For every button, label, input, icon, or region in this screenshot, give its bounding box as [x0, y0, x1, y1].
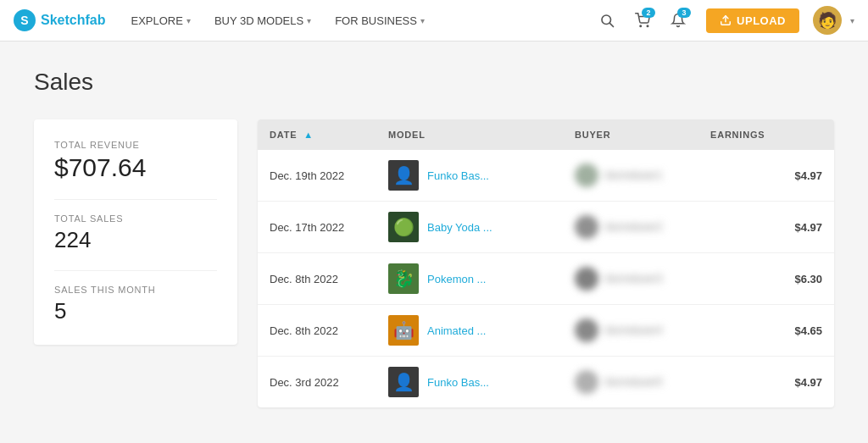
chevron-down-icon: ▾: [420, 16, 425, 25]
model-name-link[interactable]: Funko Bas...: [427, 376, 489, 389]
model-name-link[interactable]: Animated ...: [427, 324, 486, 337]
svg-line-1: [609, 23, 613, 26]
chevron-down-icon: ▾: [186, 16, 191, 25]
navbar: S Sketchfab EXPLORE ▾ BUY 3D MODELS ▾ FO…: [0, 0, 868, 42]
buyer-avatar: [575, 215, 598, 239]
cell-buyer: blurreduser1: [563, 150, 698, 202]
cell-earnings: $4.97: [698, 357, 834, 408]
svg-point-3: [647, 25, 648, 27]
cart-button[interactable]: 2: [628, 6, 657, 35]
model-thumbnail: 👤: [388, 160, 419, 191]
col-earnings[interactable]: EARNINGS: [698, 119, 834, 150]
model-thumbnail: 🐉: [388, 263, 419, 294]
buyer-name: blurreduser1: [605, 169, 662, 181]
cell-earnings: $4.97: [698, 202, 834, 253]
col-buyer[interactable]: BUYER: [563, 119, 698, 150]
cell-date: Dec. 3rd 2022: [258, 357, 376, 408]
avatar-chevron-icon: ▾: [850, 16, 854, 25]
col-model[interactable]: MODEL: [376, 119, 563, 150]
page-title: Sales: [34, 69, 834, 96]
total-revenue-value: $707.64: [54, 153, 217, 182]
buyer-name: blurreduser4: [605, 324, 662, 336]
sales-month-label: SALES THIS MONTH: [54, 285, 217, 295]
table-header-row: DATE ▲ MODEL BUYER EARNINGS: [258, 119, 834, 150]
table-row: Dec. 19th 2022👤Funko Bas...blurreduser1$…: [258, 150, 834, 202]
buyer-avatar: [575, 163, 598, 187]
table-row: Dec. 8th 2022🐉Pokemon ...blurreduser3$6.…: [258, 253, 834, 305]
table-row: Dec. 3rd 2022👤Funko Bas...blurreduser5$4…: [258, 357, 834, 408]
chevron-down-icon: ▾: [307, 16, 311, 25]
total-sales-value: 224: [54, 227, 217, 253]
table-row: Dec. 8th 2022🤖Animated ...blurreduser4$4…: [258, 305, 834, 357]
cell-buyer: blurreduser2: [563, 202, 698, 253]
nav-forbusiness[interactable]: FOR BUSINESS ▾: [326, 0, 433, 42]
sales-table-wrap: DATE ▲ MODEL BUYER EARNINGS Dec. 19th 20…: [258, 119, 834, 407]
upload-label: UPLOAD: [737, 14, 786, 27]
sales-layout: TOTAL REVENUE $707.64 TOTAL SALES 224 SA…: [34, 119, 834, 407]
buyer-name: blurreduser5: [605, 376, 662, 388]
cell-buyer: blurreduser5: [563, 357, 698, 408]
cell-model: 🐉Pokemon ...: [376, 253, 563, 305]
col-date[interactable]: DATE ▲: [258, 119, 376, 150]
svg-point-2: [640, 25, 642, 27]
cell-date: Dec. 17th 2022: [258, 202, 376, 253]
buyer-avatar: [575, 267, 598, 291]
buyer-name: blurreduser3: [605, 273, 662, 285]
cell-model: 🟢Baby Yoda ...: [376, 202, 563, 253]
model-name-link[interactable]: Funko Bas...: [427, 169, 489, 182]
logo-icon: S: [14, 9, 36, 31]
search-button[interactable]: [593, 6, 621, 35]
model-name-link[interactable]: Pokemon ...: [427, 273, 486, 285]
stats-card: TOTAL REVENUE $707.64 TOTAL SALES 224 SA…: [34, 119, 237, 345]
sales-table: DATE ▲ MODEL BUYER EARNINGS Dec. 19th 20…: [258, 119, 834, 407]
cell-model: 🤖Animated ...: [376, 305, 563, 357]
cell-buyer: blurreduser3: [563, 253, 698, 305]
logo[interactable]: S Sketchfab: [14, 9, 105, 31]
model-thumbnail: 🟢: [388, 212, 419, 242]
model-thumbnail: 👤: [388, 367, 419, 397]
sort-asc-icon: ▲: [303, 130, 314, 140]
cell-earnings: $6.30: [698, 253, 834, 305]
nav-buy3d[interactable]: BUY 3D MODELS ▾: [206, 0, 320, 42]
main-content: Sales TOTAL REVENUE $707.64 TOTAL SALES …: [0, 42, 868, 435]
logo-text: Sketchfab: [41, 13, 105, 28]
notifications-button[interactable]: 3: [664, 6, 693, 35]
nav-forbusiness-label: FOR BUSINESS: [335, 14, 417, 27]
model-thumbnail: 🤖: [388, 315, 419, 346]
buyer-avatar: [575, 318, 598, 342]
cell-date: Dec. 19th 2022: [258, 150, 376, 202]
upload-button[interactable]: UPLOAD: [706, 8, 799, 33]
cell-earnings: $4.97: [698, 150, 834, 202]
total-sales-label: TOTAL SALES: [54, 213, 217, 224]
total-revenue-label: TOTAL REVENUE: [54, 140, 217, 150]
sales-month-value: 5: [54, 298, 217, 324]
nav-buy3d-label: BUY 3D MODELS: [214, 14, 303, 27]
cell-model: 👤Funko Bas...: [376, 150, 563, 202]
cell-model: 👤Funko Bas...: [376, 357, 563, 408]
table-row: Dec. 17th 2022🟢Baby Yoda ...blurreduser2…: [258, 202, 834, 253]
cell-buyer: blurreduser4: [563, 305, 698, 357]
buyer-name: blurreduser2: [605, 221, 662, 233]
cart-badge: 2: [642, 8, 655, 18]
model-name-link[interactable]: Baby Yoda ...: [427, 221, 492, 234]
cell-earnings: $4.65: [698, 305, 834, 357]
buyer-avatar: [575, 370, 598, 394]
nav-explore[interactable]: EXPLORE ▾: [122, 0, 198, 42]
cell-date: Dec. 8th 2022: [258, 253, 376, 305]
nav-explore-label: EXPLORE: [131, 14, 182, 27]
avatar-emoji: 🧑: [818, 11, 837, 30]
notif-badge: 3: [677, 8, 691, 18]
cell-date: Dec. 8th 2022: [258, 305, 376, 357]
avatar-button[interactable]: 🧑: [813, 6, 842, 35]
